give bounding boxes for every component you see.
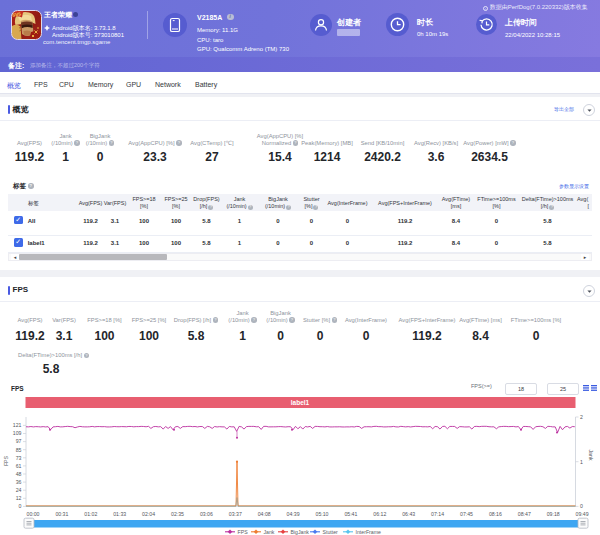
svg-text:05:41: 05:41 xyxy=(344,511,357,517)
svg-text:02:35: 02:35 xyxy=(171,511,184,517)
svg-text:0: 0 xyxy=(19,503,22,509)
svg-text:121: 121 xyxy=(13,422,22,428)
svg-text:BigJank: BigJank xyxy=(291,529,310,535)
svg-text:04:08: 04:08 xyxy=(258,511,271,517)
svg-text:06:12: 06:12 xyxy=(373,511,386,517)
svg-text:109: 109 xyxy=(13,430,22,436)
svg-text:00:00: 00:00 xyxy=(27,511,40,517)
svg-text:01:33: 01:33 xyxy=(113,511,126,517)
svg-text:02:04: 02:04 xyxy=(142,511,155,517)
svg-text:07:45: 07:45 xyxy=(460,511,473,517)
svg-text:InterFrame: InterFrame xyxy=(356,529,381,535)
svg-text:85: 85 xyxy=(16,447,22,453)
svg-text:Jank: Jank xyxy=(588,450,594,461)
svg-text:03:37: 03:37 xyxy=(229,511,242,517)
svg-text:48: 48 xyxy=(16,471,22,477)
svg-text:07:14: 07:14 xyxy=(431,511,444,517)
svg-text:FPS: FPS xyxy=(3,455,9,466)
svg-text:01:02: 01:02 xyxy=(84,511,97,517)
svg-text:03:06: 03:06 xyxy=(200,511,213,517)
svg-text:24: 24 xyxy=(16,487,22,493)
svg-text:97: 97 xyxy=(16,438,22,444)
svg-text:04:39: 04:39 xyxy=(287,511,300,517)
svg-text:36: 36 xyxy=(16,479,22,485)
svg-text:Stutter: Stutter xyxy=(323,529,339,535)
svg-text:label1: label1 xyxy=(291,399,310,406)
svg-text:05:10: 05:10 xyxy=(316,511,329,517)
svg-text:12: 12 xyxy=(16,495,22,501)
svg-text:61: 61 xyxy=(16,463,22,469)
svg-text:2: 2 xyxy=(580,414,583,420)
svg-text:06:43: 06:43 xyxy=(402,511,415,517)
svg-text:08:47: 08:47 xyxy=(518,511,531,517)
svg-text:1: 1 xyxy=(580,459,583,465)
svg-text:0: 0 xyxy=(580,503,583,509)
svg-text:09:49: 09:49 xyxy=(576,511,589,517)
svg-text:Jank: Jank xyxy=(264,529,275,535)
svg-text:00:31: 00:31 xyxy=(55,511,68,517)
svg-text:09:18: 09:18 xyxy=(547,511,560,517)
svg-text:FPS: FPS xyxy=(238,529,249,535)
svg-text:08:16: 08:16 xyxy=(489,511,502,517)
svg-text:73: 73 xyxy=(16,455,22,461)
